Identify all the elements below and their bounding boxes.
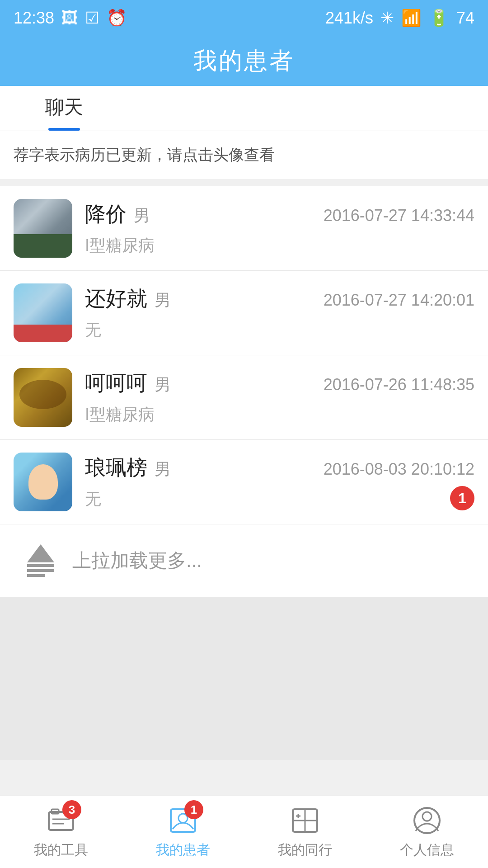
patients-badge: 1 — [184, 800, 203, 819]
nav-item-peers[interactable]: 我的同行 — [244, 796, 366, 868]
tab-navigation: 聊天 — [0, 86, 488, 131]
patient-gender: 男 — [134, 205, 150, 227]
image-icon: 🖼 — [61, 9, 78, 28]
empty-area — [0, 597, 488, 760]
battery-icon: 🔋 — [429, 9, 449, 28]
patient-gender: 男 — [155, 289, 171, 311]
arrow-up-icon — [27, 544, 54, 562]
clock-icon: ⏰ — [107, 9, 127, 28]
patients-label: 我的患者 — [156, 841, 210, 859]
tab-chat[interactable]: 聊天 — [36, 94, 92, 131]
bottom-navigation: 3 我的工具 1 我的患者 我的同行 — [0, 796, 488, 868]
check-icon: ☑ — [85, 9, 99, 28]
nav-item-tools[interactable]: 3 我的工具 — [0, 796, 122, 868]
arrow-line — [27, 564, 54, 567]
status-bar: 12:38 🖼 ☑ ⏰ 241k/s ✳ 📶 🔋 74 — [0, 0, 488, 36]
patient-name-row: 呵呵呵 男 2016-07-26 11:48:35 — [85, 369, 474, 397]
patient-name-row: 琅珮榜 男 2016-08-03 20:10:12 — [85, 454, 474, 482]
patient-name: 降价 — [85, 200, 127, 228]
patient-info: 还好就 男 2016-07-27 14:20:01 无 — [72, 285, 474, 341]
status-left: 12:38 🖼 ☑ ⏰ — [14, 9, 127, 28]
unread-badge: 1 — [450, 486, 474, 510]
avatar — [14, 368, 72, 427]
patient-datetime: 2016-07-26 11:48:35 — [324, 375, 474, 394]
patient-gender: 男 — [155, 458, 171, 481]
svg-point-13 — [422, 812, 432, 821]
patient-list: 降价 男 2016-07-27 14:33:44 I型糖尿病 还好就 男 201… — [0, 186, 488, 524]
table-row[interactable]: 琅珮榜 男 2016-08-03 20:10:12 无 1 — [0, 440, 488, 524]
table-row[interactable]: 降价 男 2016-07-27 14:33:44 I型糖尿病 — [0, 186, 488, 271]
patients-icon: 1 — [167, 805, 199, 836]
avatar — [14, 199, 72, 258]
arrow-line — [27, 574, 45, 577]
wifi-icon: 📶 — [401, 9, 422, 28]
tools-badge: 3 — [62, 800, 81, 819]
tools-label: 我的工具 — [34, 841, 88, 859]
peers-label: 我的同行 — [278, 841, 332, 859]
avatar — [14, 283, 72, 342]
patient-name: 呵呵呵 — [85, 369, 147, 397]
bluetooth-icon: ✳ — [380, 9, 394, 28]
patient-diagnosis: 无 — [85, 319, 474, 341]
patient-gender: 男 — [155, 374, 171, 396]
patient-diagnosis: 无 — [85, 488, 474, 510]
patient-name-row: 还好就 男 2016-07-27 14:20:01 — [85, 285, 474, 313]
signal-speed: 241k/s — [325, 9, 373, 28]
notice-text: 荐字表示病历已更新，请点击头像查看 — [14, 146, 275, 163]
load-more-text: 上拉加载更多... — [72, 548, 202, 573]
tools-icon: 3 — [45, 805, 77, 836]
status-right: 241k/s ✳ 📶 🔋 74 — [325, 9, 474, 28]
arrow-line — [27, 569, 54, 572]
profile-icon — [411, 805, 443, 836]
patient-info: 降价 男 2016-07-27 14:33:44 I型糖尿病 — [72, 200, 474, 257]
patient-name-row: 降价 男 2016-07-27 14:33:44 — [85, 200, 474, 228]
avatar — [14, 453, 72, 511]
nav-item-patients[interactable]: 1 我的患者 — [122, 796, 244, 868]
patient-name: 琅珮榜 — [85, 454, 147, 482]
nav-item-profile[interactable]: 个人信息 — [366, 796, 488, 868]
patient-datetime: 2016-07-27 14:33:44 — [324, 206, 474, 225]
patient-name: 还好就 — [85, 285, 147, 313]
patient-info: 琅珮榜 男 2016-08-03 20:10:12 无 — [72, 454, 474, 510]
peers-icon — [289, 805, 321, 836]
table-row[interactable]: 呵呵呵 男 2016-07-26 11:48:35 I型糖尿病 — [0, 355, 488, 440]
patient-info: 呵呵呵 男 2016-07-26 11:48:35 I型糖尿病 — [72, 369, 474, 426]
load-more-icon — [23, 542, 59, 579]
profile-label: 个人信息 — [400, 841, 454, 859]
patient-datetime: 2016-07-27 14:20:01 — [324, 291, 474, 310]
status-time: 12:38 — [14, 9, 54, 28]
arrow-lines — [27, 564, 54, 577]
table-row[interactable]: 还好就 男 2016-07-27 14:20:01 无 — [0, 271, 488, 355]
patient-datetime: 2016-08-03 20:10:12 — [324, 460, 474, 479]
notice-banner: 荐字表示病历已更新，请点击头像查看 — [0, 131, 488, 186]
load-more-section[interactable]: 上拉加载更多... — [0, 524, 488, 597]
app-title: 我的患者 — [193, 45, 295, 77]
app-header: 我的患者 — [0, 36, 488, 86]
patient-diagnosis: I型糖尿病 — [85, 235, 474, 257]
patient-diagnosis: I型糖尿病 — [85, 404, 474, 426]
battery-level: 74 — [456, 9, 474, 28]
